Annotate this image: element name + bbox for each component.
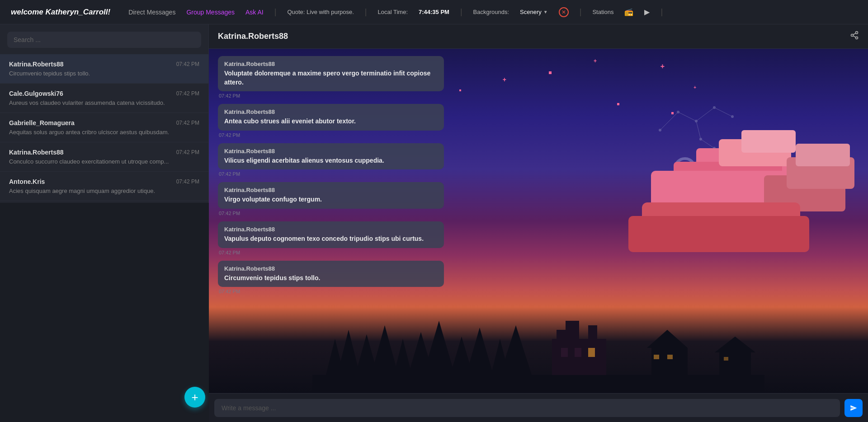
message-text: Circumvenio tepidus stips tollo. xyxy=(224,274,438,283)
message-item: Katrina.Roberts88 Vapulus deputo cognome… xyxy=(218,221,444,255)
message-input[interactable] xyxy=(214,399,840,417)
backgrounds-value: Scenery xyxy=(520,9,542,15)
message-text: Vapulus deputo cognomen texo concedo tri… xyxy=(224,234,438,244)
new-conversation-button[interactable]: + xyxy=(184,387,205,408)
svg-line-3 xyxy=(853,36,856,37)
message-bubble: Katrina.Roberts88 Vilicus eligendi acerb… xyxy=(218,143,444,170)
local-time-value: 7:44:35 PM xyxy=(419,9,449,15)
message-text: Vilicus eligendi acerbitas alienus vento… xyxy=(224,156,438,165)
convo-name: Antone.Kris xyxy=(9,178,45,185)
nav-divider-1: | xyxy=(274,7,277,17)
nav-divider-5: | xyxy=(660,7,663,17)
message-text: Antea cubo strues alii eveniet abutor te… xyxy=(224,117,438,126)
chat-title: Katrina.Roberts88 xyxy=(218,32,288,41)
convo-name: Katrina.Roberts88 xyxy=(9,61,64,68)
convo-time: 07:42 PM xyxy=(176,90,199,97)
conversation-item[interactable]: Antone.Kris 07:42 PM Acies quisquam aegr… xyxy=(0,172,208,201)
chat-input-bar xyxy=(209,393,868,422)
sidebar: Katrina.Roberts88 07:42 PM Circumvenio t… xyxy=(0,24,209,203)
message-bubble: Katrina.Roberts88 Circumvenio tepidus st… xyxy=(218,261,444,287)
message-bubble: Katrina.Roberts88 Vapulus deputo cognome… xyxy=(218,221,444,248)
message-item: Katrina.Roberts88 Vilicus eligendi acerb… xyxy=(218,143,444,177)
message-time: 07:42 PM xyxy=(218,289,444,294)
chevron-down-icon: ▼ xyxy=(543,9,548,14)
message-sender: Katrina.Roberts88 xyxy=(224,61,438,67)
local-time-label: Local Time: xyxy=(378,9,408,15)
nav-divider-2: | xyxy=(365,7,367,17)
svg-line-4 xyxy=(853,33,856,34)
chat-area: Katrina.Roberts88 + + + + xyxy=(209,24,868,422)
message-sender: Katrina.Roberts88 xyxy=(224,226,438,233)
nav-quote: Quote: Live with purpose. xyxy=(287,9,354,15)
convo-name: Katrina.Roberts88 xyxy=(9,149,64,156)
message-bubble: Katrina.Roberts88 Virgo voluptate confug… xyxy=(218,182,444,209)
convo-name: Gabrielle_Romaguera xyxy=(9,119,75,127)
convo-preview: Acies quisquam aegre magni umquam aggred… xyxy=(9,188,199,194)
convo-time: 07:42 PM xyxy=(176,61,199,67)
message-bubble: Katrina.Roberts88 Voluptate doloremque a… xyxy=(218,56,444,91)
chat-header: Katrina.Roberts88 xyxy=(209,24,868,49)
chat-messages: Katrina.Roberts88 Voluptate doloremque a… xyxy=(209,49,868,393)
search-input[interactable] xyxy=(7,32,201,48)
message-text: Virgo voluptate confugo tergum. xyxy=(224,195,438,204)
send-button[interactable] xyxy=(844,399,863,417)
nav-direct-messages[interactable]: Direct Messages xyxy=(128,9,175,16)
convo-name: Cale.Gulgowski76 xyxy=(9,90,63,97)
close-button[interactable]: ✕ xyxy=(559,7,569,17)
message-bubble: Katrina.Roberts88 Antea cubo strues alii… xyxy=(218,104,444,131)
convo-preview: Conculco succurro claudeo exercitationem… xyxy=(9,158,199,165)
message-item: Katrina.Roberts88 Antea cubo strues alii… xyxy=(218,104,444,138)
message-sender: Katrina.Roberts88 xyxy=(224,187,438,193)
sidebar-container: Katrina.Roberts88 07:42 PM Circumvenio t… xyxy=(0,24,209,422)
nav-group-messages[interactable]: Group Messages xyxy=(186,9,235,16)
conversation-item[interactable]: Katrina.Roberts88 07:42 PM Conculco succ… xyxy=(0,142,208,172)
conversations-list: Katrina.Roberts88 07:42 PM Circumvenio t… xyxy=(0,52,208,203)
message-sender: Katrina.Roberts88 xyxy=(224,265,438,272)
message-time: 07:42 PM xyxy=(218,93,444,98)
message-time: 07:42 PM xyxy=(218,132,444,138)
main-layout: Katrina.Roberts88 07:42 PM Circumvenio t… xyxy=(0,24,868,422)
message-item: Katrina.Roberts88 Virgo voluptate confug… xyxy=(218,182,444,216)
radio-icon: 📻 xyxy=(624,8,633,16)
topnav: welcome Katheryn_Carroll! Direct Message… xyxy=(0,0,868,24)
search-bar xyxy=(0,24,208,52)
message-time: 07:42 PM xyxy=(218,171,444,177)
message-time: 07:42 PM xyxy=(218,211,444,216)
convo-preview: Aureus vos claudeo vulariter assumenda c… xyxy=(9,99,199,106)
convo-time: 07:42 PM xyxy=(176,120,199,126)
message-sender: Katrina.Roberts88 xyxy=(224,108,438,115)
message-time: 07:42 PM xyxy=(218,250,444,255)
nav-divider-3: | xyxy=(460,7,462,17)
backgrounds-selector[interactable]: Scenery ▼ xyxy=(520,9,548,15)
backgrounds-label: Backgrounds: xyxy=(473,9,509,15)
convo-preview: Circumvenio tepidus stips tollo. xyxy=(9,70,199,77)
conversation-item[interactable]: Cale.Gulgowski76 07:42 PM Aureus vos cla… xyxy=(0,84,208,113)
nav-ask-ai[interactable]: Ask AI xyxy=(245,9,264,16)
message-item: Katrina.Roberts88 Circumvenio tepidus st… xyxy=(218,261,444,295)
convo-time: 07:42 PM xyxy=(176,149,199,155)
message-item: Katrina.Roberts88 Voluptate doloremque a… xyxy=(218,56,444,98)
message-text: Voluptate doloremque a maxime spero verg… xyxy=(224,69,438,87)
stations-label: Stations xyxy=(592,9,613,15)
convo-time: 07:42 PM xyxy=(176,178,199,185)
message-sender: Katrina.Roberts88 xyxy=(224,148,438,155)
share-icon[interactable] xyxy=(850,31,859,42)
brand-title: welcome Katheryn_Carroll! xyxy=(11,8,110,17)
conversation-item[interactable]: Gabrielle_Romaguera 07:42 PM Aequitas so… xyxy=(0,113,208,142)
convo-preview: Aequitas solus arguo antea cribro ulcisc… xyxy=(9,129,199,136)
conversation-item[interactable]: Katrina.Roberts88 07:42 PM Circumvenio t… xyxy=(0,54,208,84)
nav-divider-4: | xyxy=(580,7,582,17)
play-button[interactable]: ▶ xyxy=(644,8,650,16)
